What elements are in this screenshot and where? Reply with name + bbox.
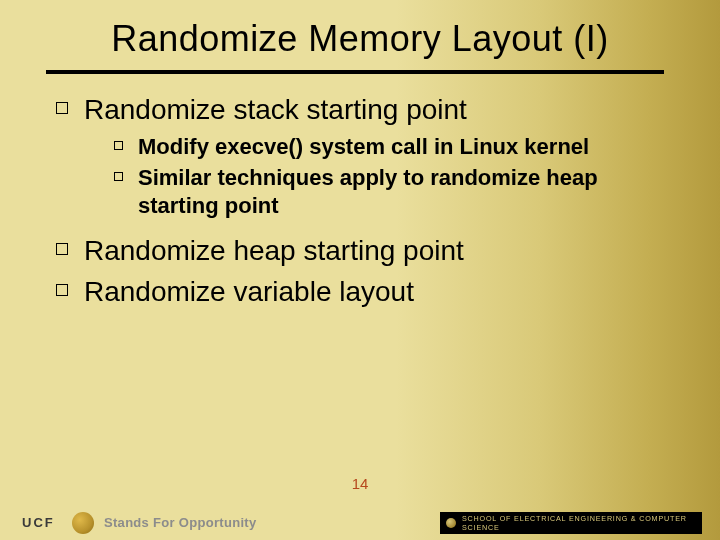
title-rule	[46, 70, 664, 74]
department-badge: SCHOOL OF ELECTRICAL ENGINEERING & COMPU…	[440, 512, 702, 534]
ucf-logo-text: UCF	[22, 515, 55, 530]
department-label: SCHOOL OF ELECTRICAL ENGINEERING & COMPU…	[462, 514, 702, 532]
bullet-level1: Randomize heap starting point	[56, 233, 680, 268]
bullet-level1: Randomize stack starting point	[56, 92, 680, 127]
ucf-tagline: Stands For Opportunity	[104, 515, 256, 530]
pegasus-icon	[72, 512, 94, 534]
bullet-level2: Similar techniques apply to randomize he…	[114, 164, 680, 221]
page-number: 14	[0, 475, 720, 492]
sub-bullet-group: Modify execve() system call in Linux ker…	[114, 133, 680, 221]
slide-body: Randomize stack starting point Modify ex…	[56, 92, 680, 315]
slide: Randomize Memory Layout (I) Randomize st…	[0, 0, 720, 540]
slide-title: Randomize Memory Layout (I)	[0, 18, 720, 60]
bullet-level2: Modify execve() system call in Linux ker…	[114, 133, 680, 162]
footer: UCF Stands For Opportunity SCHOOL OF ELE…	[0, 504, 720, 540]
bullet-level1: Randomize variable layout	[56, 274, 680, 309]
